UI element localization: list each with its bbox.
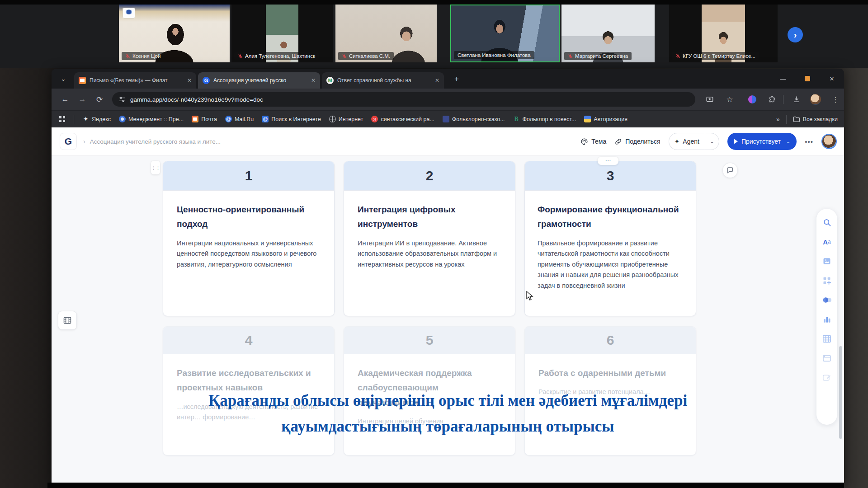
tab-mail-letter[interactable]: Письмо «(Без темы)» — Филат ✕ <box>74 72 196 89</box>
bookmark-star-button[interactable]: ☆ <box>724 94 735 105</box>
participant-name-tag: Ксения Цой <box>122 52 164 60</box>
card-body: Интеграции национальных и универсальных … <box>177 238 321 270</box>
downloads-button[interactable] <box>791 94 802 105</box>
edit-icon[interactable] <box>822 373 831 382</box>
back-button[interactable]: ← <box>60 94 71 105</box>
close-icon: ✕ <box>830 75 835 82</box>
bookmark-internet[interactable]: Интернет <box>329 116 363 122</box>
taskbar-strip <box>47 483 844 488</box>
image-icon[interactable] <box>822 257 831 266</box>
participant-tile-active-speaker[interactable]: Светлана Ивановна Филатова <box>450 5 560 62</box>
theme-button[interactable]: Тема <box>580 138 606 145</box>
url-bar[interactable]: gamma.app/docs/-n040y239no16e9v?mode=doc <box>112 92 695 107</box>
bookmark-management[interactable]: Менеджмент :: Пре... <box>119 116 184 122</box>
participant-tile[interactable]: Ксения Цой <box>119 5 230 62</box>
maximize-button[interactable] <box>798 74 816 84</box>
apps-grid-button[interactable] <box>59 116 66 122</box>
card-number: 4 <box>245 333 253 348</box>
breadcrumb[interactable]: Ассоциация учителей русского языка и лит… <box>90 138 221 145</box>
browser-profile-avatar[interactable] <box>810 94 821 105</box>
comment-button[interactable] <box>722 163 738 178</box>
mail-icon <box>79 77 86 84</box>
card-2[interactable]: 2 Интеграция цифровых инструментов Интег… <box>344 161 515 316</box>
media-panel-button[interactable] <box>58 311 77 330</box>
participant-name-tag: Светлана Ивановна Филатова <box>454 51 534 59</box>
more-options-button[interactable]: ••• <box>805 138 813 145</box>
maximize-icon <box>805 76 810 81</box>
letter-b-icon <box>513 116 520 122</box>
school-logo <box>123 8 135 19</box>
gamma-user-avatar[interactable] <box>821 134 837 149</box>
participant-tile[interactable]: Маргарита Сергеевна <box>561 5 655 62</box>
close-icon[interactable]: ✕ <box>311 77 316 84</box>
participant-tile[interactable]: Алия Тулегеновна, Шахтинск <box>231 5 333 62</box>
bookmark-folklore-tale[interactable]: Фольклорно-сказо... <box>443 116 505 122</box>
at-square-icon <box>262 116 269 122</box>
participant-name: Светлана Ивановна Филатова <box>458 52 531 58</box>
card-number: 2 <box>426 168 434 183</box>
bookmarks-divider <box>74 115 74 124</box>
card-options-button[interactable] <box>598 157 618 165</box>
bookmark-folklore-story[interactable]: Фольклор в повест... <box>513 116 576 122</box>
gamma-logo[interactable]: G <box>60 133 77 150</box>
bookmark-syntax[interactable]: синтаксический ра... <box>371 116 434 122</box>
table-icon[interactable] <box>822 334 831 343</box>
bookmark-mail[interactable]: Почта <box>192 116 217 122</box>
bookmark-mailru[interactable]: Mail.Ru <box>225 116 254 122</box>
overlay-title-line2: қауымдастығының төрағаларының отырысы <box>52 413 844 439</box>
participant-tile[interactable]: КГУ ОШ 6 г. Темиртау Елисе... <box>669 5 778 62</box>
participant-tile[interactable]: Ситкалиева С.М. <box>335 5 437 62</box>
add-blocks-icon[interactable] <box>822 276 831 285</box>
tab-support-answer[interactable]: Ответ справочной службы на ✕ <box>322 72 444 89</box>
share-button[interactable]: Поделиться <box>614 138 660 145</box>
chevron-right-icon: › <box>794 30 797 40</box>
forward-button[interactable]: → <box>77 94 88 105</box>
save-page-button[interactable] <box>704 94 715 105</box>
minimize-button[interactable]: — <box>774 74 792 84</box>
tab-gamma-active[interactable]: Ассоциация учителей русско ✕ <box>198 72 320 89</box>
bookmark-label: Фольклор в повест... <box>523 116 576 122</box>
close-icon[interactable]: ✕ <box>435 77 439 84</box>
ya-circle-icon <box>371 116 378 122</box>
bookmark-label: Почта <box>201 116 217 122</box>
card-3[interactable]: 3 Формирование функциональной грамотност… <box>524 161 696 316</box>
next-participants-button[interactable]: › <box>788 27 803 42</box>
close-window-button[interactable]: ✕ <box>823 74 841 84</box>
close-icon[interactable]: ✕ <box>187 77 192 84</box>
present-label: Присутствует <box>741 138 781 145</box>
at-circle-icon <box>225 116 232 122</box>
card-1[interactable]: 1 Ценностно-ориентированный подход Интег… <box>163 161 335 316</box>
toggle-icon[interactable] <box>822 296 831 305</box>
gamma-icon <box>203 77 210 84</box>
url-text: gamma.app/docs/-n040y239no16e9v?mode=doc <box>130 96 263 103</box>
bookmark-web-search[interactable]: Поиск в Интернете <box>262 116 321 122</box>
bookmark-authorization[interactable]: Авторизация <box>584 116 627 122</box>
chevron-down-icon[interactable]: ⌄ <box>705 138 719 145</box>
present-button[interactable]: Присутствует ⌄ <box>727 133 797 150</box>
participant-name: Ксения Цой <box>132 53 160 59</box>
embed-icon[interactable] <box>822 354 831 363</box>
new-tab-button[interactable]: + <box>451 74 462 84</box>
chart-icon[interactable] <box>822 315 831 324</box>
agent-split-button[interactable]: ✦ Agent ⌄ <box>669 133 719 150</box>
mic-off-icon <box>568 54 573 59</box>
search-icon[interactable] <box>822 218 831 227</box>
block-drag-handle[interactable] <box>151 161 160 174</box>
participant-name-tag: Алия Тулегеновна, Шахтинск <box>234 52 319 60</box>
extension-brain-button[interactable] <box>747 94 758 105</box>
card-number-header: 6 <box>525 327 696 354</box>
extensions-button[interactable] <box>767 94 778 105</box>
reload-button[interactable]: ⟳ <box>94 94 105 105</box>
comment-bubble-icon <box>726 167 734 174</box>
gamma-header: G › Ассоциация учителей русского языка и… <box>52 127 844 155</box>
bookmarks-overflow-button[interactable]: » <box>776 116 780 123</box>
tab-title: Ответ справочной службы на <box>337 77 431 84</box>
bookmarks-divider <box>786 115 787 124</box>
text-style-icon[interactable]: Aa <box>822 237 831 246</box>
all-bookmarks-button[interactable]: Все закладки <box>793 116 838 122</box>
folder-icon <box>793 116 800 122</box>
browser-menu-button[interactable]: ⋮ <box>830 94 841 105</box>
download-icon <box>793 95 801 103</box>
tab-search-caret-button[interactable]: ⌄ <box>58 73 69 84</box>
bookmark-yandex[interactable]: Яндекс <box>82 116 111 122</box>
